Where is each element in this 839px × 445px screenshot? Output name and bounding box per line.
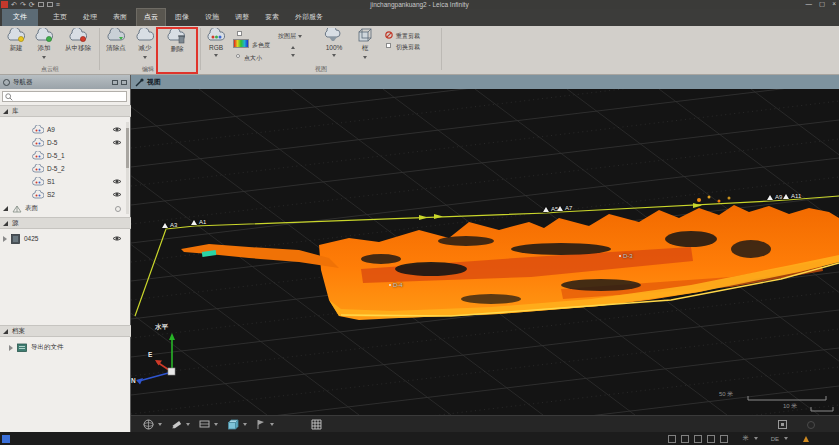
tab-home[interactable]: 主页: [46, 9, 74, 26]
close-panel-icon[interactable]: [121, 80, 127, 85]
angle-unit-selector[interactable]: DE: [771, 436, 779, 442]
exported-files-icon: [17, 343, 27, 352]
by-layer-dropdown[interactable]: 按图层: [278, 32, 302, 41]
new-pointcloud-button[interactable]: 新建: [2, 28, 30, 53]
survey-marker[interactable]: A3: [162, 222, 177, 228]
tab-features[interactable]: 要素: [258, 9, 286, 26]
tab-processing[interactable]: 处理: [76, 9, 104, 26]
red-annotation-box: [156, 27, 198, 74]
navigator-title: 导航器: [13, 78, 33, 87]
pointcloud-item-icon: [32, 125, 44, 134]
toggle-clip-checkbox[interactable]: [386, 43, 391, 48]
tree-item-surfaces[interactable]: 表面: [0, 202, 126, 215]
point-size-radio[interactable]: [236, 54, 240, 58]
pencil-icon: [171, 419, 182, 430]
reset-clip-label[interactable]: 重置剪裁: [396, 32, 420, 41]
window-title: jinchangpankuang2 - Leica Infinity: [0, 1, 839, 8]
view-option-checkbox[interactable]: [237, 31, 242, 36]
expand-view-icon[interactable]: [778, 420, 787, 429]
group-label-view: 视图: [203, 65, 439, 74]
tab-surfaces[interactable]: 表面: [106, 9, 134, 26]
tab-imaging[interactable]: 图像: [168, 9, 196, 26]
status-layout-icon[interactable]: [707, 435, 715, 443]
expand-icon[interactable]: [3, 329, 8, 334]
tree-item-pointcloud[interactable]: S2: [0, 188, 126, 201]
visibility-eye-icon[interactable]: [112, 235, 122, 242]
visibility-eye-icon[interactable]: [112, 139, 122, 146]
box-view-button[interactable]: 框: [354, 28, 376, 60]
dock-icon[interactable]: [112, 80, 118, 85]
tree-item-pointcloud[interactable]: A9: [0, 123, 126, 136]
multicolor-label[interactable]: 多色度: [252, 41, 270, 50]
layers-caret-icon: [214, 423, 218, 426]
tree-section-sources[interactable]: 源: [0, 217, 131, 229]
zoom-100-button[interactable]: 100%: [320, 28, 348, 58]
tab-infrastructure[interactable]: 设施: [198, 9, 226, 26]
edit-tool-button[interactable]: [171, 419, 190, 430]
cube-view-button[interactable]: [227, 419, 247, 430]
cloud-clear-icon: [106, 28, 126, 43]
layers-tool-button[interactable]: [199, 419, 218, 429]
reset-clip-icon[interactable]: [385, 31, 393, 39]
visibility-eye-icon[interactable]: [112, 126, 122, 133]
status-report-icon[interactable]: [681, 435, 689, 443]
tree-item-pointcloud[interactable]: D-5: [0, 136, 126, 149]
tree-scrollbar[interactable]: [126, 122, 129, 214]
survey-marker[interactable]: A1: [191, 219, 206, 225]
navigator-panel: 导航器 库 A9 D-5 D-5_1: [0, 75, 131, 432]
visibility-eye-icon[interactable]: [112, 178, 122, 185]
tree-item-exported-files[interactable]: 导出的文件: [0, 341, 126, 354]
tree-item-source[interactable]: 0425: [0, 232, 126, 245]
clear-points-button[interactable]: 清除点: [101, 28, 131, 53]
tree-item-pointcloud[interactable]: D-5_1: [0, 149, 126, 162]
grid-toggle-button[interactable]: [311, 419, 322, 430]
reduce-button[interactable]: 减少: [133, 28, 157, 60]
point-size-label[interactable]: 点大小: [244, 54, 262, 63]
rgb-button[interactable]: RGB: [203, 28, 229, 58]
viewport-title: 视图: [147, 77, 161, 87]
tree-item-pointcloud[interactable]: S1: [0, 175, 126, 188]
tree-section-library[interactable]: 库: [0, 105, 131, 117]
close-button[interactable]: ×: [832, 0, 836, 8]
axis-north-label: N: [131, 377, 136, 384]
viewport-3d[interactable]: 视图: [131, 75, 839, 432]
remove-from-pointcloud-button[interactable]: 从中移除: [58, 28, 98, 53]
status-flag-icon[interactable]: [803, 436, 809, 442]
orbit-tool-button[interactable]: [143, 419, 162, 430]
spin-down-icon[interactable]: [291, 54, 295, 57]
tab-pointcloud[interactable]: 点云: [136, 8, 166, 26]
length-unit-selector[interactable]: 米: [743, 434, 749, 443]
survey-marker[interactable]: A11: [783, 193, 801, 199]
spin-up-icon[interactable]: [291, 46, 295, 49]
survey-marker[interactable]: A7: [557, 205, 572, 211]
collapse-icon[interactable]: [3, 236, 7, 242]
tab-services[interactable]: 外部服务: [288, 9, 330, 26]
minimize-button[interactable]: —: [806, 0, 813, 8]
navigator-header: 导航器: [0, 75, 130, 89]
expand-icon[interactable]: [3, 109, 8, 114]
status-view-icon[interactable]: [668, 435, 676, 443]
tab-file[interactable]: 文件: [2, 9, 38, 26]
cloud-add-icon: [34, 28, 54, 43]
expand-icon[interactable]: [3, 206, 8, 211]
length-unit-caret-icon: [754, 437, 758, 440]
navigator-search[interactable]: [2, 91, 127, 102]
tree-section-archive[interactable]: 档案: [0, 325, 131, 337]
scene-3d[interactable]: A3 A1 A5 A7 A9 A11 D-4 D-3 水平 E N 50 米 1…: [131, 89, 839, 415]
status-save-icon[interactable]: [694, 435, 702, 443]
status-window-icon[interactable]: [720, 435, 728, 443]
add-to-pointcloud-button[interactable]: 添加: [31, 28, 57, 60]
multicolor-gradient-icon[interactable]: [233, 39, 249, 48]
survey-marker[interactable]: A9: [767, 194, 782, 200]
visibility-eye-icon[interactable]: [112, 191, 122, 198]
tree-item-pointcloud[interactable]: D-5_2: [0, 162, 126, 175]
grid-icon: [311, 419, 322, 430]
toggle-clip-label[interactable]: 切换剪裁: [396, 43, 420, 52]
tab-adjustments[interactable]: 调整: [228, 9, 256, 26]
search-input[interactable]: [13, 92, 126, 101]
expand-icon[interactable]: [3, 221, 8, 226]
flag-tool-button[interactable]: [256, 419, 274, 430]
dim-indicator-icon: [807, 421, 815, 429]
maximize-button[interactable]: ▢: [819, 0, 825, 8]
collapse-icon[interactable]: [9, 345, 13, 351]
